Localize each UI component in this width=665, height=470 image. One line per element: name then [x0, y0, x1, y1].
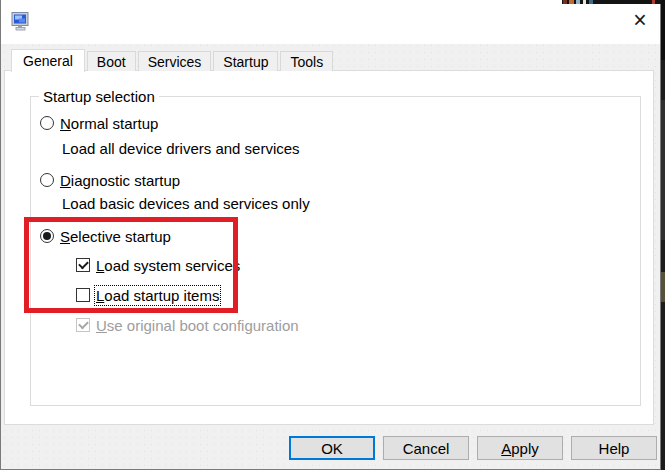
option-diagnostic-startup: Diagnostic startup: [40, 171, 180, 189]
close-button[interactable]: ×: [621, 4, 659, 36]
use-original-boot-configuration-label: Use original boot configuration: [96, 317, 299, 334]
group-title: Startup selection: [39, 88, 159, 105]
screen: × General Boot Services Startup Tools St…: [0, 0, 665, 470]
close-icon: ×: [633, 9, 646, 32]
selective-startup-label: Selective startup: [60, 228, 171, 245]
option-load-startup-items: Load startup items: [76, 286, 219, 304]
tab-general[interactable]: General: [11, 49, 85, 72]
load-system-services-label: Load system services: [96, 257, 240, 274]
option-normal-startup: Normal startup: [40, 114, 158, 132]
option-use-original-boot-configuration: Use original boot configuration: [76, 316, 299, 334]
help-button[interactable]: Help: [571, 436, 657, 460]
background-window-sliver-top: [562, 0, 661, 4]
checkbox-load-startup-items[interactable]: [76, 288, 90, 302]
tab-boot[interactable]: Boot: [87, 51, 136, 71]
checkbox-load-system-services[interactable]: [76, 258, 90, 272]
tab-services[interactable]: Services: [138, 51, 212, 71]
tab-bar: General Boot Services Startup Tools: [11, 48, 335, 71]
general-tab-page: Startup selection Normal startup Load al…: [4, 70, 654, 425]
radio-diagnostic-startup[interactable]: [40, 173, 54, 187]
background-window-sliver-right: [661, 0, 665, 470]
radio-selective-startup[interactable]: [40, 229, 54, 243]
radio-normal-startup[interactable]: [40, 116, 54, 130]
ok-button[interactable]: OK: [289, 436, 375, 460]
msconfig-app-icon: [11, 12, 31, 32]
normal-startup-description: Load all device drivers and services: [62, 140, 300, 157]
cancel-button[interactable]: Cancel: [383, 436, 469, 460]
diagnostic-startup-label: Diagnostic startup: [60, 172, 180, 189]
apply-button[interactable]: Apply: [477, 436, 563, 460]
option-load-system-services: Load system services: [76, 256, 240, 274]
normal-startup-label: Normal startup: [60, 115, 158, 132]
checkbox-use-original-boot-configuration: [76, 318, 90, 332]
diagnostic-startup-description: Load basic devices and services only: [62, 195, 310, 212]
tab-startup[interactable]: Startup: [213, 51, 278, 71]
system-configuration-dialog: × General Boot Services Startup Tools St…: [0, 0, 661, 470]
tab-tools[interactable]: Tools: [280, 51, 333, 71]
title-bar: ×: [1, 0, 660, 44]
option-selective-startup: Selective startup: [40, 227, 171, 245]
load-startup-items-label: Load startup items: [96, 287, 219, 304]
